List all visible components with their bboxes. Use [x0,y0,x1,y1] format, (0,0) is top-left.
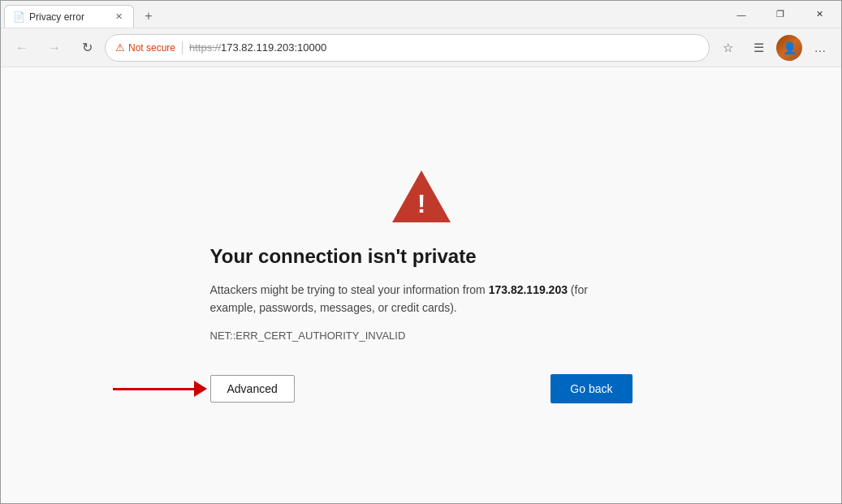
minimize-button[interactable]: — [723,1,760,28]
address-divider [182,41,183,54]
tab-title: Privacy error [29,11,107,23]
close-button[interactable]: ✕ [801,1,838,28]
window-controls: — ❐ ✕ [723,1,838,28]
arrow-line [113,388,194,390]
error-code: NET::ERR_CERT_AUTHORITY_INVALID [210,330,406,342]
buttons-row: Advanced Go back [210,374,633,403]
url-domain: 173.82.119.203 [221,41,294,54]
more-button[interactable]: … [805,33,835,62]
address-url: https://173.82.119.203:10000 [189,41,699,54]
collections-button[interactable]: ☰ [744,33,773,62]
go-back-button[interactable]: Go back [551,374,632,403]
url-port: :10000 [294,41,326,54]
warning-triangle-icon: ! [389,167,454,226]
warning-icon-wrapper: ! [210,167,633,226]
profile-avatar: 👤 [776,35,802,61]
restore-button[interactable]: ❐ [762,1,799,28]
browser-window: 📄 Privacy error ✕ + — ❐ ✕ ← → ↻ ⚠ Not se… [0,0,842,504]
svg-text:!: ! [417,189,425,218]
tab-page-icon: 📄 [13,11,24,23]
warning-icon: ⚠ [115,41,125,54]
error-container: ! Your connection isn't private Attacker… [178,151,665,420]
navigation-bar: ← → ↻ ⚠ Not secure https://173.82.119.20… [1,28,841,67]
error-description: Attackers might be trying to steal your … [210,281,633,317]
arrow-head [194,381,207,397]
not-secure-text: Not secure [128,42,175,54]
error-title: Your connection isn't private [210,245,477,268]
tab-close-button[interactable]: ✕ [112,11,125,24]
nav-actions: ☆ ☰ 👤 … [713,33,835,62]
back-button[interactable]: ← [7,33,37,62]
address-bar[interactable]: ⚠ Not secure https://173.82.119.203:1000… [105,34,710,62]
tab-area: 📄 Privacy error ✕ + [4,1,716,28]
active-tab[interactable]: 📄 Privacy error ✕ [4,5,134,28]
bookmark-button[interactable]: ☆ [713,33,742,62]
description-prefix: Attackers might be trying to steal your … [210,283,489,296]
refresh-button[interactable]: ↻ [72,33,101,62]
description-domain: 173.82.119.203 [489,283,568,296]
advanced-button[interactable]: Advanced [210,375,295,403]
title-bar: 📄 Privacy error ✕ + — ❐ ✕ [1,1,841,28]
page-content: ! Your connection isn't private Attacker… [1,67,841,503]
not-secure-badge: ⚠ Not secure [115,41,175,54]
new-tab-button[interactable]: + [137,5,160,28]
profile-button[interactable]: 👤 [775,33,804,62]
url-protocol: https:// [189,41,221,54]
forward-button[interactable]: → [40,33,69,62]
arrow-pointer [113,381,207,397]
